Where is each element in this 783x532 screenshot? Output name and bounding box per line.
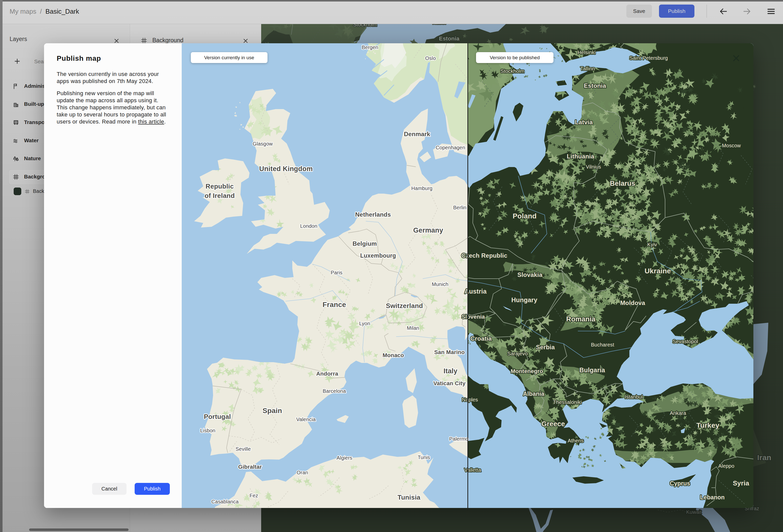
svg-text:Cyprus: Cyprus <box>670 480 690 487</box>
svg-text:Munich: Munich <box>432 281 448 287</box>
svg-text:Milan: Milan <box>407 325 419 331</box>
svg-text:Switzerland: Switzerland <box>386 302 423 310</box>
svg-text:Greece: Greece <box>541 420 565 428</box>
svg-text:Spain: Spain <box>262 407 282 414</box>
svg-text:Copenhagen: Copenhagen <box>436 145 465 150</box>
svg-text:Fez: Fez <box>250 493 258 498</box>
svg-text:Barcelona: Barcelona <box>323 388 346 394</box>
svg-text:Bulgaria: Bulgaria <box>579 367 605 374</box>
svg-text:Oslo: Oslo <box>425 56 436 61</box>
svg-text:Aleppo: Aleppo <box>718 463 734 469</box>
svg-text:Kyiv: Kyiv <box>647 242 657 247</box>
svg-text:Vilnius: Vilnius <box>586 164 601 169</box>
svg-text:Slovakia: Slovakia <box>518 271 542 278</box>
svg-text:London: London <box>300 223 317 229</box>
svg-text:Tunis: Tunis <box>417 455 430 460</box>
svg-text:Estonia: Estonia <box>584 82 606 89</box>
svg-text:France: France <box>322 301 346 309</box>
svg-text:Lebanon: Lebanon <box>700 494 724 501</box>
svg-text:Algiers: Algiers <box>337 455 352 461</box>
svg-text:Tallinn: Tallinn <box>580 66 595 71</box>
svg-text:Moldova: Moldova <box>620 300 645 306</box>
svg-text:Andorra: Andorra <box>316 371 339 377</box>
svg-text:Czech Republic: Czech Republic <box>461 252 507 259</box>
svg-text:Glasgow: Glasgow <box>253 141 273 147</box>
svg-text:Monaco: Monaco <box>383 352 404 358</box>
svg-text:Albania: Albania <box>523 390 544 397</box>
svg-text:United Kingdom: United Kingdom <box>259 165 313 173</box>
svg-text:Saint Petersburg: Saint Petersburg <box>629 55 668 61</box>
svg-text:Berlin: Berlin <box>453 205 466 210</box>
svg-text:Istanbul: Istanbul <box>625 394 643 400</box>
svg-text:Lyon: Lyon <box>359 321 370 326</box>
svg-text:Ukraine: Ukraine <box>645 267 671 275</box>
svg-text:Paris: Paris <box>331 270 343 275</box>
svg-text:Bergen: Bergen <box>362 44 378 50</box>
svg-text:Slovenia: Slovenia <box>462 314 485 320</box>
svg-text:Gibraltar: Gibraltar <box>238 464 262 470</box>
svg-text:Palermo: Palermo <box>449 436 468 442</box>
svg-text:of Ireland: of Ireland <box>205 192 234 199</box>
svg-text:San Marino: San Marino <box>434 349 465 355</box>
svg-text:Portugal: Portugal <box>204 413 231 420</box>
svg-text:Croatia: Croatia <box>470 335 492 342</box>
svg-text:Turkey: Turkey <box>696 421 719 429</box>
svg-text:Ankara: Ankara <box>670 410 686 416</box>
svg-text:Tunisia: Tunisia <box>398 494 420 501</box>
svg-text:Casablanca: Casablanca <box>211 499 239 504</box>
svg-text:Hungary: Hungary <box>511 296 537 304</box>
svg-text:Seville: Seville <box>236 446 251 452</box>
svg-text:Athens: Athens <box>568 438 584 443</box>
svg-text:Bucharest: Bucharest <box>591 342 614 347</box>
svg-text:Poland: Poland <box>513 212 537 220</box>
svg-text:Romania: Romania <box>566 315 595 323</box>
svg-text:Belarus: Belarus <box>610 180 635 187</box>
svg-text:Naples: Naples <box>462 397 478 402</box>
svg-text:Stockholm: Stockholm <box>500 68 524 74</box>
svg-text:Oran: Oran <box>296 470 308 475</box>
svg-text:Lisbon: Lisbon <box>200 428 215 433</box>
svg-text:Luxembourg: Luxembourg <box>360 252 396 259</box>
svg-text:Serbia: Serbia <box>536 344 555 350</box>
svg-text:Thessaloniki: Thessaloniki <box>553 399 582 405</box>
svg-text:Helsinki: Helsinki <box>577 50 596 55</box>
svg-text:Republic: Republic <box>206 183 233 190</box>
svg-text:Lithuania: Lithuania <box>567 153 594 160</box>
svg-text:Belgium: Belgium <box>352 240 377 247</box>
svg-text:Valletta: Valletta <box>464 467 481 473</box>
svg-text:Moscow: Moscow <box>722 143 741 148</box>
svg-text:Sevastopol: Sevastopol <box>673 339 698 344</box>
svg-text:Vatican City: Vatican City <box>433 380 466 386</box>
svg-text:Germany: Germany <box>413 226 443 234</box>
svg-text:Hamburg: Hamburg <box>411 186 433 191</box>
svg-text:Latvia: Latvia <box>575 119 593 126</box>
svg-text:Denmark: Denmark <box>404 131 431 137</box>
svg-text:Netherlands: Netherlands <box>355 211 391 218</box>
svg-text:Valencia: Valencia <box>296 416 316 422</box>
svg-text:Montenegro: Montenegro <box>511 368 543 374</box>
svg-text:Italy: Italy <box>443 367 457 375</box>
svg-text:Syria: Syria <box>733 479 749 487</box>
svg-text:Sarajevo: Sarajevo <box>507 351 528 356</box>
